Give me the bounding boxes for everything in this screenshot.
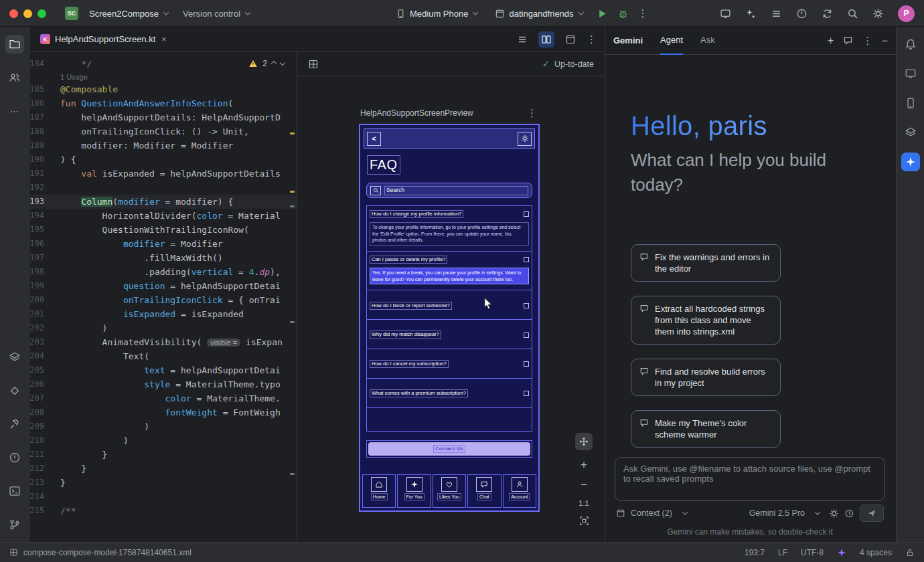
stripe-mark[interactable] [290, 205, 295, 207]
suggestion-card[interactable]: Fix the warnings and errors in the edito… [631, 244, 781, 282]
preview-canvas[interactable]: HelpAndSupportScreenPreview ⋮ < FAQ Sear… [297, 76, 605, 542]
faq-question-row[interactable]: How do I cancel my subscription? [367, 356, 532, 371]
nav-item-likes-you[interactable]: Likes You [433, 474, 466, 508]
code-line[interactable]: 200 onTrailingIconClick = { onTrai [29, 293, 297, 307]
zoom-in-button[interactable]: + [581, 459, 587, 470]
code-view-button[interactable] [514, 31, 530, 48]
code-line[interactable]: 198 .padding(vertical = 4.dp), [29, 265, 297, 279]
caret-position[interactable]: 193:7 [745, 548, 765, 557]
code-line[interactable]: 187 helpAndSupportDetails: HelpAndSuppor… [29, 110, 297, 124]
code-line[interactable]: 205 text = helpAndSupportDetai [29, 363, 297, 377]
search-field[interactable]: Search [384, 186, 528, 195]
chat-history-icon[interactable] [843, 35, 853, 45]
expand-icon[interactable] [524, 257, 529, 262]
project-tool-button[interactable] [5, 35, 24, 54]
code-line[interactable]: 189 modifier: Modifier = Modifier [29, 138, 297, 153]
gemini-input[interactable] [617, 459, 883, 499]
suggestion-card[interactable]: Find and resolve build errors in my proj… [631, 359, 781, 396]
project-selector[interactable]: Screen2Compose [85, 6, 172, 21]
preview-options-menu[interactable]: ⋮ [527, 107, 537, 119]
code-line[interactable]: 211 } [29, 448, 297, 462]
faq-answer-selected[interactable]: Yes. If you need a break, you can pause … [370, 268, 529, 284]
code-line[interactable]: 196 modifier = Modifier [29, 237, 297, 251]
status-file-path[interactable]: compose-compose-model-1758748140651.xml [23, 548, 191, 557]
run-button[interactable] [597, 8, 608, 19]
back-button[interactable]: < [367, 132, 381, 146]
indent-setting[interactable]: 4 spaces [860, 548, 892, 557]
expand-icon[interactable] [524, 211, 529, 217]
zoom-window-button[interactable] [37, 9, 46, 18]
expand-icon[interactable] [524, 303, 529, 308]
faq-question-row[interactable]: How do I change my profile information? [367, 206, 532, 221]
expand-icon[interactable] [524, 333, 529, 338]
expand-icon[interactable] [524, 361, 529, 367]
more-tools-button[interactable]: ⋯ [5, 102, 24, 120]
code-line[interactable]: 186fun QuestionAndAnswerInfoSection( [29, 96, 297, 110]
code-line[interactable]: 215/** [29, 504, 297, 518]
screen-settings-icon[interactable] [518, 132, 532, 146]
code-line[interactable]: 213} [29, 476, 297, 490]
commit-tool-button[interactable] [5, 68, 24, 87]
code-line[interactable]: 212 } [29, 462, 297, 476]
contact-us-button[interactable]: Contact Us [366, 440, 532, 458]
code-line[interactable]: 193 Column(modifier = modifier) { [29, 195, 297, 209]
code-line[interactable]: 190) { [29, 153, 297, 167]
stripe-mark[interactable] [290, 473, 295, 475]
debug-button[interactable] [617, 8, 629, 19]
more-actions-menu[interactable]: ⋮ [638, 7, 648, 19]
stripe-mark[interactable] [290, 321, 295, 323]
faq-question-row[interactable]: Why did my match disappear? [367, 326, 532, 341]
todo-list-icon[interactable] [771, 8, 782, 19]
code-line[interactable]: 214 [29, 490, 297, 504]
tab-ask[interactable]: Ask [700, 27, 715, 55]
version-control-menu[interactable]: Version control [179, 6, 254, 21]
device-mirroring-icon[interactable] [720, 8, 731, 19]
running-devices-button[interactable] [901, 64, 920, 83]
code-line[interactable]: 206 style = MaterialTheme.typo [29, 377, 297, 391]
lock-icon[interactable] [905, 548, 915, 557]
device-manager-button[interactable] [901, 94, 920, 112]
context-selector[interactable]: Context (2) [631, 508, 672, 518]
code-line[interactable]: 199 question = helpAndSupportDetai [29, 279, 297, 293]
suggestion-card[interactable]: Make my Theme's color scheme warmer [631, 410, 781, 448]
code-line[interactable]: 210 ) [29, 434, 297, 448]
run-configuration-selector[interactable]: datingandfriends [491, 6, 587, 21]
nav-item-for-you[interactable]: For You [397, 474, 431, 508]
settings-icon[interactable] [872, 8, 884, 19]
compose-preview-phone[interactable]: < FAQ Search How do I change my profile … [359, 124, 540, 512]
faq-question-row[interactable]: What comes with a premium subscription? [367, 385, 532, 400]
code-line[interactable]: 207 color = MaterialTheme. [29, 391, 297, 405]
faq-question-row[interactable]: How do I block or report someone? [367, 298, 532, 312]
profile-avatar[interactable]: P [898, 5, 915, 22]
code-line[interactable]: 185@Composable [29, 82, 297, 96]
code-line[interactable]: 208 fontWeight = FontWeigh [29, 405, 297, 419]
expand-icon[interactable] [524, 391, 529, 396]
code-line[interactable]: 195 QuestionWithTrailingIconRow( [29, 223, 297, 237]
preview-layout-icon[interactable] [308, 59, 319, 70]
suggestion-card[interactable]: Extract all hardcoded strings from this … [631, 296, 781, 345]
prompt-history-icon[interactable] [844, 508, 854, 519]
zoom-ratio-button[interactable]: 1:1 [579, 499, 589, 507]
ai-actions-icon[interactable] [745, 8, 757, 19]
build-variants-button[interactable] [5, 381, 24, 400]
model-selector[interactable]: Gemini 2.5 Pro [749, 508, 805, 518]
warning-stripe-mark[interactable] [290, 132, 295, 134]
layout-inspector-button[interactable] [901, 123, 920, 142]
nav-item-account[interactable]: Account [503, 474, 536, 508]
code-line[interactable]: 197 .fillMaxWidth() [29, 251, 297, 265]
new-chat-button[interactable]: + [828, 35, 834, 47]
code-line[interactable]: 192 [29, 181, 297, 195]
resource-manager-button[interactable] [5, 348, 24, 367]
inspections-icon[interactable] [796, 8, 807, 19]
code-line[interactable]: 203 AnimatedVisibility( visible = isExpa… [29, 335, 297, 349]
send-button[interactable] [860, 504, 884, 522]
code-line[interactable]: 201 isExpanded = isExpanded [29, 307, 297, 321]
code-line[interactable]: 1 Usage [29, 71, 297, 82]
line-separator[interactable]: LF [778, 548, 787, 557]
ai-sparkle-icon[interactable] [837, 548, 846, 557]
notifications-button[interactable] [901, 35, 920, 54]
zoom-to-fit-button[interactable] [579, 516, 589, 526]
tab-agent[interactable]: Agent [660, 27, 683, 55]
split-view-button[interactable] [538, 31, 554, 48]
code-line[interactable]: 202 ) [29, 321, 297, 335]
